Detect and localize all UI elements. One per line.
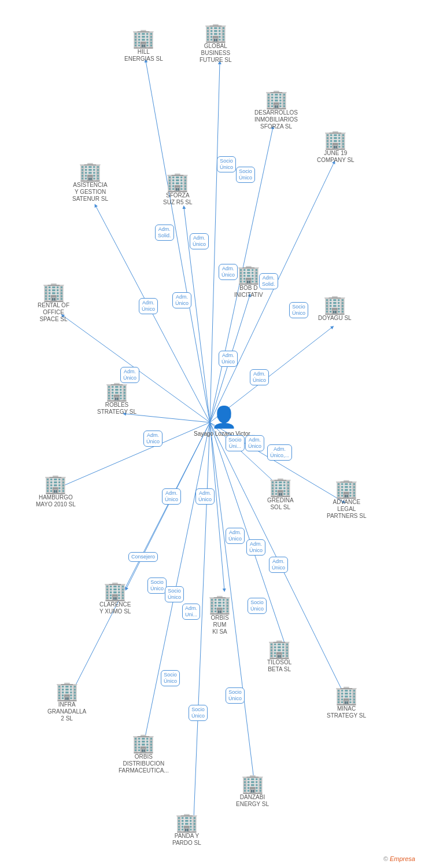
node-hamburgo[interactable]: 🏢 HAMBURGO MAYO 2010 SL [36, 475, 76, 508]
badge-consejero[interactable]: Consejero [128, 552, 158, 562]
building-icon: 🏢 [268, 639, 291, 658]
badge-socio-unico-8[interactable]: SocioÚnico [189, 705, 208, 721]
person-node: 👤 Sayago Lozano Victor... [194, 405, 254, 437]
node-rental[interactable]: 🏢 RENTAL OF OFFICE SPACE SL [38, 282, 69, 323]
node-minac[interactable]: 🏢 MINAC STRATEGY SL [327, 686, 366, 719]
building-icon: 🏢 [208, 595, 231, 613]
node-label: HAMBURGO MAYO 2010 SL [36, 494, 76, 508]
building-icon: 🏢 [105, 382, 128, 400]
node-label: ADVANCE LEGAL PARTNERS SL [327, 499, 367, 520]
node-hill[interactable]: 🏢 HILL ENERGIAS SL [124, 29, 163, 62]
node-tilosol[interactable]: 🏢 TILOSOL BETA SL [267, 639, 291, 673]
building-icon: 🏢 [324, 130, 347, 149]
node-label: SFORZA SUZ R5 SL [163, 192, 193, 206]
svg-line-1 [210, 62, 220, 422]
badge-adm-unico-14[interactable]: Adm.Único [269, 557, 288, 573]
badge-adm-unico-2[interactable]: Adm.Único [139, 298, 158, 314]
badge-adm-solid-2[interactable]: Adm.Solid. [259, 273, 278, 289]
copyright: © Empresa [383, 855, 415, 862]
badge-adm-unico-comma[interactable]: Adm.Único,... [267, 444, 292, 461]
node-label: GREDINA SOL SL [267, 497, 294, 511]
badge-adm-unico-6[interactable]: Adm.Único [250, 369, 269, 385]
node-label: ROBLES STRATEGY SL [97, 402, 136, 415]
badge-socio-unico-4[interactable]: SocioÚnico [147, 578, 167, 594]
badge-adm-solid-1[interactable]: Adm.Solid. [155, 225, 174, 241]
building-icon: 🏢 [269, 477, 292, 496]
node-label: HILL ENERGIAS SL [124, 49, 163, 62]
badge-adm-unico-1[interactable]: Adm.Único [190, 233, 209, 249]
brand-name: Empresa [390, 855, 415, 862]
building-icon: 🏢 [175, 813, 198, 832]
badge-adm-unico-3[interactable]: Adm.Único [172, 292, 191, 308]
node-danzabi[interactable]: 🏢 DANZABI ENERGY SL [236, 774, 269, 808]
badge-adm-unico-4[interactable]: Adm.Único [219, 264, 238, 280]
node-label: TILOSOL BETA SL [267, 659, 291, 673]
svg-line-14 [210, 422, 224, 590]
node-sforzasuz[interactable]: 🏢 SFORZA SUZ R5 SL [163, 172, 193, 206]
graph-container: 👤 Sayago Lozano Victor... 🏢 HILL ENERGIA… [0, 0, 421, 868]
building-icon: 🏢 [79, 162, 102, 181]
node-gredina[interactable]: 🏢 GREDINA SOL SL [267, 477, 294, 511]
badge-adm-unico-8[interactable]: Adm.Único [143, 431, 163, 447]
node-label: JUNE 19 COMPANY SL [317, 150, 354, 164]
building-icon: 🏢 [44, 475, 67, 493]
node-label: DOYAGU SL [318, 315, 352, 322]
node-infra[interactable]: 🏢 INFRA GRANADALLA 2 SL [47, 682, 86, 722]
node-label: INFRA GRANADALLA 2 SL [47, 701, 86, 722]
badge-socio-unico-9[interactable]: SocioÚnico [226, 687, 245, 704]
badge-socio-uni[interactable]: SocioÚni... [226, 435, 245, 451]
node-label: MINAC STRATEGY SL [327, 705, 366, 719]
badge-adm-unico-5[interactable]: Adm.Único [219, 351, 238, 367]
building-icon: 🏢 [204, 23, 227, 42]
node-label: ASISTENCIA Y GESTION SATENUR SL [72, 182, 108, 203]
badge-socio-unico-6[interactable]: SocioÚnico [248, 598, 267, 614]
badge-adm-unico-7[interactable]: Adm.Único [120, 367, 139, 383]
badge-adm-unico-9[interactable]: Adm.Único [245, 435, 264, 451]
node-label: PANDA Y PARDO SL [172, 833, 201, 847]
node-label: DANZABI ENERGY SL [236, 794, 269, 808]
node-robles[interactable]: 🏢 ROBLES STRATEGY SL [97, 382, 136, 415]
building-icon: 🏢 [42, 282, 65, 301]
node-label: ORBIS DISTRIBUCION FARMACEUTICA... [119, 753, 169, 774]
svg-line-20 [194, 422, 210, 819]
building-icon: 🏢 [56, 682, 79, 700]
building-icon: 🏢 [335, 479, 358, 498]
badge-adm-uni[interactable]: Adm.Uni... [182, 604, 200, 620]
building-icon: 🏢 [237, 265, 260, 284]
badge-socio-unico-5[interactable]: SocioÚnico [165, 586, 184, 602]
node-asistencia[interactable]: 🏢 ASISTENCIA Y GESTION SATENUR SL [72, 162, 108, 203]
node-label: GLOBAL BUSINESS FUTURE SL [200, 43, 232, 64]
node-panda[interactable]: 🏢 PANDA Y PARDO SL [172, 813, 201, 847]
node-doyagu[interactable]: 🏢 DOYAGU SL [318, 295, 352, 322]
badge-socio-unico-2[interactable]: SocioÚnico [236, 167, 255, 183]
node-advance[interactable]: 🏢 ADVANCE LEGAL PARTNERS SL [327, 479, 367, 520]
building-icon-orange: 🏢 [104, 582, 127, 600]
node-desarrollos[interactable]: 🏢 DESARROLLOS INMOBILIARIOS SFORZA SL [254, 90, 298, 130]
building-icon: 🏢 [335, 686, 358, 704]
badge-socio-unico-1[interactable]: SocioÚnico [217, 156, 236, 172]
building-icon: 🏢 [166, 172, 189, 191]
node-label: RENTAL OF OFFICE SPACE SL [38, 302, 69, 323]
building-icon: 🏢 [323, 295, 346, 314]
node-global[interactable]: 🏢 GLOBAL BUSINESS FUTURE SL [200, 23, 232, 64]
node-label: DESARROLLOS INMOBILIARIOS SFORZA SL [254, 109, 298, 130]
badge-adm-unico-11[interactable]: Adm.Único [195, 488, 215, 505]
svg-line-3 [210, 162, 334, 422]
node-orbisrum[interactable]: 🏢 ORBIS RUM KI SA [208, 595, 231, 635]
badge-adm-unico-13[interactable]: Adm.Único [246, 539, 265, 556]
node-label: ORBIS RUM KI SA [211, 615, 228, 635]
node-label: BOB D INICITATIV [234, 285, 263, 299]
badge-socio-unico-7[interactable]: SocioÚnico [161, 670, 180, 686]
badge-adm-unico-10[interactable]: Adm.Único [162, 488, 181, 505]
building-icon: 🏢 [241, 774, 264, 793]
node-june19[interactable]: 🏢 JUNE 19 COMPANY SL [317, 130, 354, 164]
badge-adm-unico-12[interactable]: Adm.Único [226, 528, 245, 544]
node-orbisdist[interactable]: 🏢 ORBIS DISTRIBUCION FARMACEUTICA... [119, 734, 169, 774]
person-icon: 👤 [211, 405, 237, 429]
building-icon: 🏢 [265, 90, 288, 108]
svg-line-13 [126, 422, 210, 589]
badge-socio-unico-3[interactable]: SocioÚnico [289, 302, 308, 318]
building-icon: 🏢 [132, 734, 155, 752]
node-clarence[interactable]: 🏢 CLARENCE Y XUMO SL [99, 582, 131, 615]
node-label: CLARENCE Y XUMO SL [99, 601, 131, 615]
